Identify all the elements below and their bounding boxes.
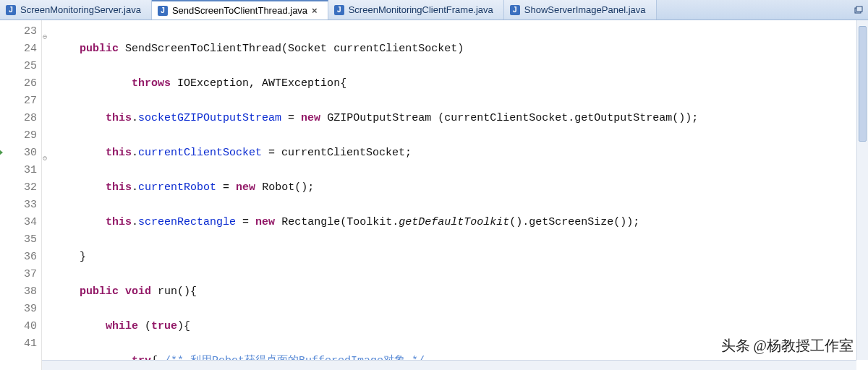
java-file-icon: J (334, 5, 344, 15)
line-number: 25 (0, 58, 37, 75)
code-editor: 23⊖ 24 25 26 27 28 29 30⊖ 31 32 33 34 35… (0, 20, 868, 370)
code-area[interactable]: public SendScreenToClientThread(Socket c… (42, 20, 868, 370)
tab-label: ScreenMonitoringClientFrame.java (349, 4, 493, 15)
line-number: 29 (0, 127, 37, 145)
line-number: 33 (0, 197, 37, 214)
line-number: 35 (0, 231, 37, 249)
tab-file-1[interactable]: J SendScreenToClientThread.java × (152, 0, 328, 20)
vertical-scrollbar[interactable] (856, 20, 868, 360)
line-number: 40 (0, 318, 37, 335)
line-number: 39 (0, 301, 37, 318)
close-icon[interactable]: × (312, 5, 318, 16)
line-number: 31 (0, 162, 37, 179)
tab-file-3[interactable]: J ShowServerImagePanel.java (504, 0, 657, 20)
java-file-icon: J (6, 5, 16, 15)
horizontal-scrollbar[interactable] (42, 360, 856, 370)
line-number: 30⊖ (0, 145, 37, 162)
line-number: 24 (0, 40, 37, 58)
java-file-icon: J (510, 5, 520, 15)
watermark-text: 头条 @杨教授工作室 (718, 335, 856, 357)
line-number: 32 (0, 179, 37, 197)
line-number: 27 (0, 92, 37, 110)
override-marker-icon[interactable] (0, 149, 3, 156)
line-number: 26 (0, 75, 37, 92)
tab-label: ShowServerImagePanel.java (524, 4, 646, 15)
line-number: 34 (0, 214, 37, 231)
line-number: 41 (0, 335, 37, 353)
line-number-gutter: 23⊖ 24 25 26 27 28 29 30⊖ 31 32 33 34 35… (0, 20, 42, 370)
line-number: 38 (0, 283, 37, 301)
line-number: 23⊖ (0, 23, 37, 40)
line-number: 37 (0, 266, 37, 283)
scrollbar-thumb[interactable] (859, 26, 867, 142)
tab-label: SendScreenToClientThread.java (172, 5, 307, 16)
editor-tabbar: J ScreenMonitoringServer.java J SendScre… (0, 0, 868, 20)
tab-file-2[interactable]: J ScreenMonitoringClientFrame.java (328, 0, 504, 20)
tab-file-0[interactable]: J ScreenMonitoringServer.java (0, 0, 152, 20)
line-number: 28 (0, 110, 37, 127)
restore-icon[interactable] (854, 5, 864, 15)
java-file-icon: J (158, 6, 168, 16)
tabbar-right-controls (849, 0, 868, 20)
tab-label: ScreenMonitoringServer.java (20, 4, 141, 15)
svg-rect-1 (856, 7, 862, 12)
line-number: 36 (0, 249, 37, 266)
